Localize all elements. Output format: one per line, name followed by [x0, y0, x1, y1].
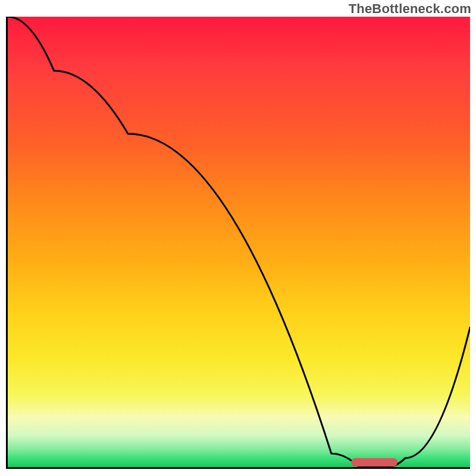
- plot-area: [6, 17, 470, 469]
- watermark-text: TheBottleneck.com: [349, 1, 471, 17]
- curve-path: [8, 17, 470, 467]
- optimal-range-marker: [351, 458, 397, 466]
- bottleneck-curve: [8, 17, 470, 467]
- chart-container: TheBottleneck.com: [0, 0, 476, 476]
